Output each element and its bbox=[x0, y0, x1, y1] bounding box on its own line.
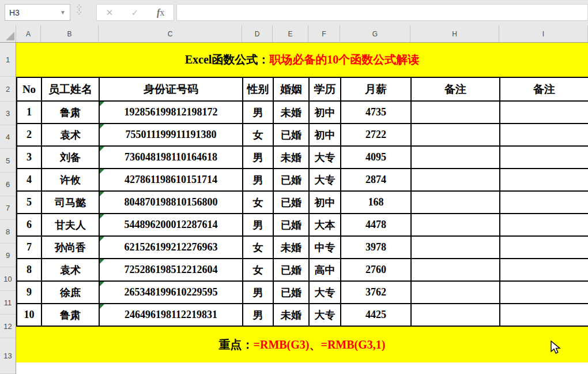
cell-marital[interactable]: 已婚 bbox=[273, 191, 309, 214]
cell-gender[interactable]: 男 bbox=[243, 101, 273, 124]
cell-note2[interactable] bbox=[500, 304, 588, 326]
footer-banner-cell[interactable]: 重点：=RMB(G3)、=RMB(G3,1) bbox=[16, 327, 588, 362]
cell-gender[interactable]: 女 bbox=[243, 191, 273, 214]
header-note-1[interactable]: 备注 bbox=[411, 77, 500, 101]
cell-salary[interactable]: 3978 bbox=[341, 236, 411, 259]
cell-edu[interactable]: 大专 bbox=[309, 304, 341, 326]
cell-id[interactable]: 192856199812198172 bbox=[99, 101, 243, 124]
cell-name[interactable]: 袁术 bbox=[42, 259, 99, 281]
cell-note1[interactable] bbox=[411, 169, 500, 191]
cell-id[interactable]: 544896200012287614 bbox=[99, 214, 243, 236]
header-note-2[interactable]: 备注 bbox=[500, 77, 588, 101]
cell-gender[interactable]: 男 bbox=[243, 281, 273, 304]
cell-edu[interactable]: 初中 bbox=[309, 124, 341, 146]
column-header-E[interactable]: E bbox=[273, 25, 308, 42]
cell-note2[interactable] bbox=[500, 191, 588, 214]
header-salary[interactable]: 月薪 bbox=[341, 77, 411, 101]
cell-id[interactable]: 265348199610229595 bbox=[99, 281, 243, 304]
cell-no[interactable]: 6 bbox=[17, 214, 42, 236]
row-number-12[interactable]: 12 bbox=[0, 315, 16, 338]
cell-id[interactable]: 725286198512212604 bbox=[99, 259, 243, 281]
cell-name[interactable]: 司马懿 bbox=[42, 191, 99, 214]
cell-marital[interactable]: 已婚 bbox=[273, 259, 309, 281]
column-header-D[interactable]: D bbox=[242, 25, 273, 42]
cell-no[interactable]: 5 bbox=[17, 191, 42, 214]
name-box[interactable]: H3 ▼ bbox=[5, 4, 70, 21]
formula-bar-input[interactable] bbox=[176, 4, 588, 21]
cell-note1[interactable] bbox=[411, 214, 500, 236]
cell-marital[interactable]: 未婚 bbox=[273, 236, 309, 259]
header-education[interactable]: 学历 bbox=[309, 77, 341, 101]
cell-note1[interactable] bbox=[411, 191, 500, 214]
column-header-F[interactable]: F bbox=[308, 25, 340, 42]
cell-gender[interactable]: 男 bbox=[243, 146, 273, 169]
cell-edu[interactable]: 初中 bbox=[309, 191, 341, 214]
header-name[interactable]: 员工姓名 bbox=[42, 77, 99, 101]
cell-edu[interactable]: 大本 bbox=[309, 214, 341, 236]
cell-name[interactable]: 鲁肃 bbox=[42, 101, 99, 124]
column-header-B[interactable]: B bbox=[41, 25, 99, 42]
cell-marital[interactable]: 已婚 bbox=[273, 169, 309, 191]
cell-name[interactable]: 许攸 bbox=[42, 169, 99, 191]
cell-note1[interactable] bbox=[411, 101, 500, 124]
column-header-G[interactable]: G bbox=[340, 25, 410, 42]
cell-no[interactable]: 9 bbox=[17, 281, 42, 304]
cell-marital[interactable]: 未婚 bbox=[273, 304, 309, 326]
cell-edu[interactable]: 中专 bbox=[309, 236, 341, 259]
row-number-3[interactable]: 3 bbox=[0, 102, 16, 125]
cell-id[interactable]: 246496198112219831 bbox=[99, 304, 243, 326]
cell-edu[interactable]: 初中 bbox=[309, 101, 341, 124]
cell-note1[interactable] bbox=[411, 124, 500, 146]
cell-note1[interactable] bbox=[411, 304, 500, 326]
header-id[interactable]: 身份证号码 bbox=[99, 77, 243, 101]
cell-no[interactable]: 2 bbox=[17, 124, 42, 146]
cell-salary[interactable]: 2722 bbox=[341, 124, 411, 146]
cell-note2[interactable] bbox=[500, 214, 588, 236]
cell-name[interactable]: 孙尚香 bbox=[42, 236, 99, 259]
row-number-4[interactable]: 4 bbox=[0, 125, 16, 149]
cell-edu[interactable]: 大专 bbox=[309, 281, 341, 304]
cell-note1[interactable] bbox=[411, 281, 500, 304]
row-number-13[interactable]: 13 bbox=[0, 338, 16, 374]
cancel-icon[interactable]: ✕ bbox=[106, 8, 114, 18]
row-number-11[interactable]: 11 bbox=[0, 291, 16, 315]
row-number-8[interactable]: 8 bbox=[0, 220, 16, 244]
cell-salary[interactable]: 4478 bbox=[341, 214, 411, 236]
cell-name[interactable]: 袁术 bbox=[42, 124, 99, 146]
cell-salary[interactable]: 4425 bbox=[341, 304, 411, 326]
cell-note2[interactable] bbox=[500, 236, 588, 259]
cell-no[interactable]: 7 bbox=[17, 236, 42, 259]
cell-gender[interactable]: 女 bbox=[243, 236, 273, 259]
cell-gender[interactable]: 女 bbox=[243, 124, 273, 146]
title-banner-cell[interactable]: Excel函数公式：职场必备的10个函数公式解读 bbox=[16, 43, 588, 77]
cell-note2[interactable] bbox=[500, 259, 588, 281]
cell-id[interactable]: 621526199212276963 bbox=[99, 236, 243, 259]
cell-no[interactable]: 4 bbox=[17, 169, 42, 191]
cell-gender[interactable]: 男 bbox=[243, 169, 273, 191]
cell-edu[interactable]: 大专 bbox=[309, 169, 341, 191]
row-number-9[interactable]: 9 bbox=[0, 244, 16, 267]
select-all-corner[interactable] bbox=[0, 25, 16, 42]
enter-icon[interactable]: ✓ bbox=[131, 8, 139, 18]
cell-salary[interactable]: 4095 bbox=[341, 146, 411, 169]
cell-gender[interactable]: 男 bbox=[243, 304, 273, 326]
row-number-7[interactable]: 7 bbox=[0, 196, 16, 220]
cell-marital[interactable]: 未婚 bbox=[273, 146, 309, 169]
cell-id[interactable]: 736048198110164618 bbox=[99, 146, 243, 169]
cell-marital[interactable]: 已婚 bbox=[273, 281, 309, 304]
cell-no[interactable]: 3 bbox=[17, 146, 42, 169]
cell-id[interactable]: 804870198810156800 bbox=[99, 191, 243, 214]
cell-name[interactable]: 刘备 bbox=[42, 146, 99, 169]
row-number-6[interactable]: 6 bbox=[0, 173, 16, 196]
cell-id[interactable]: 427861198610151714 bbox=[99, 169, 243, 191]
cell-gender[interactable]: 女 bbox=[243, 259, 273, 281]
row-number-1[interactable]: 1 bbox=[0, 43, 16, 77]
cell-no[interactable]: 10 bbox=[17, 304, 42, 326]
column-header-I[interactable]: I bbox=[499, 25, 588, 42]
cell-name[interactable]: 徐庶 bbox=[42, 281, 99, 304]
cell-note2[interactable] bbox=[500, 101, 588, 124]
row-number-2[interactable]: 2 bbox=[0, 77, 16, 102]
row-number-10[interactable]: 10 bbox=[0, 267, 16, 291]
cell-salary[interactable]: 2874 bbox=[341, 169, 411, 191]
cell-note1[interactable] bbox=[411, 259, 500, 281]
